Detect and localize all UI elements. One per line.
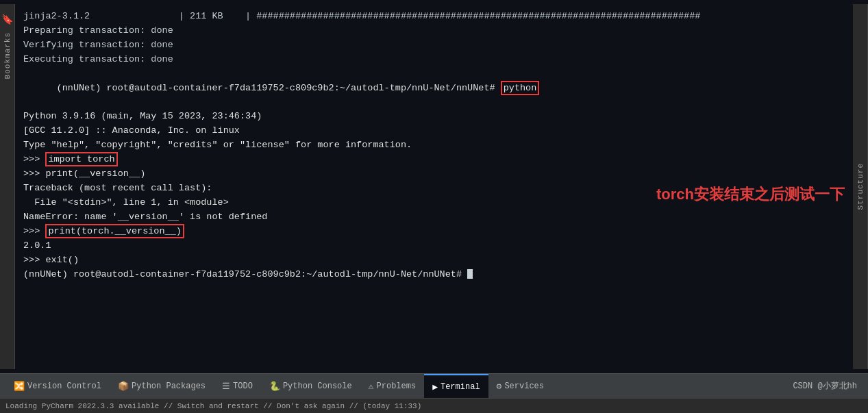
services-label: Services (504, 381, 544, 391)
python-packages-label: Python Packages (132, 381, 206, 391)
terminal-line: Executing transaction: done (23, 53, 845, 67)
structure-label: Structure (856, 163, 865, 210)
terminal-line: [GCC 11.2.0] :: Anaconda, Inc. on linux (23, 124, 845, 138)
toolbar-right-label: CSDN @小萝北hh (793, 380, 863, 392)
terminal-line: Python 3.9.16 (main, May 15 2023, 23:46:… (23, 110, 845, 124)
terminal-line: >>> exit() (23, 253, 845, 268)
toolbar-item-todo[interactable]: ☰ TODO (214, 374, 261, 399)
python-console-icon: 🐍 (269, 381, 280, 392)
cursor (467, 269, 473, 279)
todo-icon: ☰ (222, 381, 230, 392)
terminal-line: Traceback (most recent call last): (23, 182, 636, 196)
structure-sidebar: Structure (853, 4, 868, 369)
version-control-label: Version Control (27, 381, 101, 391)
terminal-area: 🔖 Bookmarks jinja2-3.1.2 | 211 KB | ####… (0, 0, 868, 373)
traceback-section: Traceback (most recent call last): File … (23, 182, 845, 225)
python-console-label: Python Console (283, 381, 352, 391)
terminal-line: File "<stdin>", line 1, in <module> (23, 196, 636, 210)
final-prompt-line: (nnUNet) root@autodl-container-f7da11975… (23, 268, 845, 282)
annotation-container: torch安装结束之后测试一下 (636, 182, 845, 206)
toolbar-item-terminal[interactable]: ▶ Terminal (424, 374, 488, 399)
toolbar-item-services[interactable]: ⚙ Services (488, 374, 552, 399)
python-prompt-line: (nnUNet) root@autodl-container-f7da11975… (23, 67, 845, 110)
status-text: Loading PyCharm 2022.3.3 available // Sw… (5, 402, 421, 410)
terminal-content[interactable]: jinja2-3.1.2 | 211 KB | ################… (15, 4, 853, 369)
python-packages-icon: 📦 (118, 381, 129, 392)
import-torch-row: >>> import torch (23, 153, 845, 167)
todo-label: TODO (233, 381, 253, 391)
terminal-line: Preparing transaction: done (23, 24, 845, 38)
toolbar-item-python-console[interactable]: 🐍 Python Console (261, 374, 360, 399)
terminal-icon: ▶ (432, 381, 438, 392)
bottom-toolbar: 🔀 Version Control 📦 Python Packages ☰ TO… (0, 373, 868, 398)
toolbar-item-problems[interactable]: ⚠ Problems (360, 374, 424, 399)
toolbar-item-version-control[interactable]: 🔀 Version Control (5, 374, 110, 399)
services-icon: ⚙ (497, 381, 502, 392)
terminal-label: Terminal (441, 382, 480, 392)
bookmarks-label: Bookmarks (3, 32, 12, 79)
bookmark-icon: 🔖 (1, 14, 13, 25)
toolbar-item-python-packages[interactable]: 📦 Python Packages (110, 374, 214, 399)
terminal-line: Type "help", "copyright", "credits" or "… (23, 138, 845, 153)
terminal-line: Verifying transaction: done (23, 38, 845, 53)
import-torch-line: >>> import torch (23, 153, 118, 167)
terminal-line: >>> print(__version__) (23, 167, 845, 182)
version-control-icon: 🔀 (14, 381, 25, 392)
toolbar-items: 🔀 Version Control 📦 Python Packages ☰ TO… (5, 374, 793, 399)
terminal-line: 2.0.1 (23, 239, 845, 253)
problems-label: Problems (377, 381, 417, 391)
annotation-text: torch安装结束之后测试一下 (656, 186, 845, 203)
nameerror-line: NameError: name '__version__' is not def… (23, 210, 636, 225)
bookmarks-sidebar: 🔖 Bookmarks (0, 4, 15, 369)
terminal-line: jinja2-3.1.2 | 211 KB | ################… (23, 10, 845, 24)
print-torch-line: >>> print(torch.__version__) (23, 225, 845, 239)
problems-icon: ⚠ (369, 381, 374, 392)
status-bar: Loading PyCharm 2022.3.3 available // Sw… (0, 398, 868, 413)
